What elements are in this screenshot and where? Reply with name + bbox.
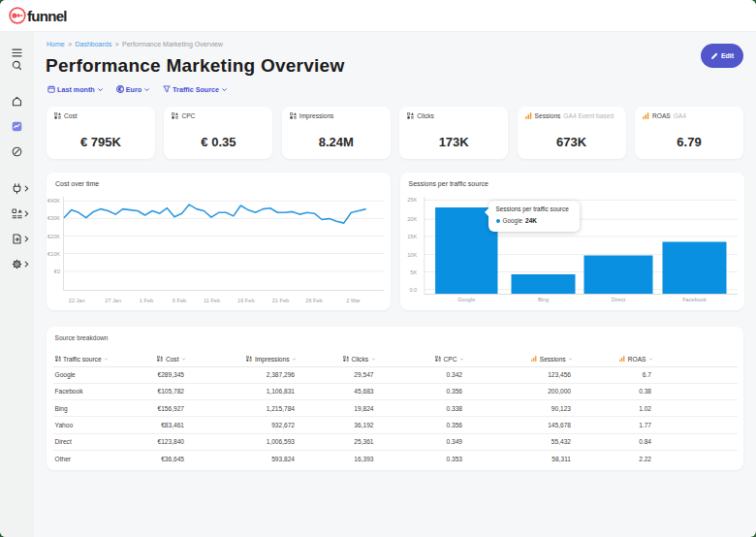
svg-text:€10K: €10K bbox=[47, 251, 60, 257]
svg-text:€0: €0 bbox=[54, 268, 60, 274]
svg-text:Google: Google bbox=[457, 297, 475, 302]
svg-text:€40K: €40K bbox=[47, 198, 60, 204]
svg-text:25K: 25K bbox=[407, 197, 417, 203]
svg-text:26 Feb: 26 Feb bbox=[305, 298, 322, 303]
svg-text:€20K: €20K bbox=[47, 234, 60, 239]
svg-text:21 Feb: 21 Feb bbox=[272, 298, 289, 303]
svg-text:20K: 20K bbox=[407, 216, 417, 222]
svg-text:10K: 10K bbox=[407, 252, 417, 258]
svg-text:16 Feb: 16 Feb bbox=[237, 298, 254, 303]
svg-text:Facebook: Facebook bbox=[682, 297, 707, 302]
svg-text:2 Mar: 2 Mar bbox=[346, 298, 360, 303]
svg-text:5K: 5K bbox=[410, 269, 417, 275]
svg-text:Direct: Direct bbox=[611, 297, 625, 302]
svg-text:22 Jan: 22 Jan bbox=[69, 298, 85, 303]
svg-text:1 Feb: 1 Feb bbox=[140, 298, 153, 303]
svg-text:15K: 15K bbox=[407, 234, 417, 239]
svg-text:11 Feb: 11 Feb bbox=[204, 298, 220, 303]
svg-text:6 Feb: 6 Feb bbox=[173, 298, 186, 303]
svg-text:Bing: Bing bbox=[537, 297, 548, 302]
svg-text:€30K: €30K bbox=[47, 215, 60, 221]
svg-text:0.0: 0.0 bbox=[409, 287, 417, 293]
svg-text:27 Jan: 27 Jan bbox=[105, 298, 121, 303]
